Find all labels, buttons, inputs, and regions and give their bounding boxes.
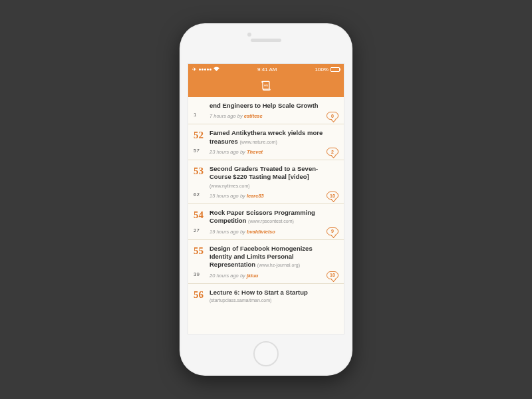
story-author[interactable]: jkiuu [247,273,259,279]
story-title[interactable]: Lecture 6: How to Start a Startup [209,289,336,297]
comment-bubble[interactable]: 2 [327,148,338,156]
story-rank: 56 [194,290,209,300]
story-score: 57 [194,148,209,154]
story-item[interactable]: 55 39 Design of Facebook Homogenizes Ide… [188,240,344,284]
nav-bar: HN [188,74,344,97]
story-score: 1 [194,112,209,118]
wifi-icon [213,66,219,72]
story-byline: 23 hours ago by Thevet [209,149,336,155]
story-author[interactable]: learc83 [247,193,264,199]
story-item[interactable]: 1 end Engineers to Help Scale Growth 7 h… [188,97,344,124]
story-list[interactable]: 1 end Engineers to Help Scale Growth 7 h… [188,97,344,334]
story-domain: (startupclass.samaltman.com) [209,298,336,303]
comment-bubble[interactable]: 10 [327,271,338,279]
story-score: 27 [194,227,209,233]
comment-bubble[interactable]: 9 [327,227,338,235]
story-byline: 19 hours ago by bvaldivielso [209,229,336,235]
story-byline: 15 hours ago by learc83 [209,193,336,199]
phone-frame: ✈ 9:41 AM 100% HN [180,23,352,376]
story-domain: (www.hz-journal.org) [257,263,300,267]
story-item[interactable]: 52 57 Famed Antikythera wreck yields mor… [188,124,344,160]
story-rank: 52 [194,130,209,140]
story-byline: 7 hours ago by estitesc [209,113,336,119]
screen: ✈ 9:41 AM 100% HN [188,63,344,334]
story-title[interactable]: Famed Antikythera wreck yields more trea… [209,129,336,146]
story-title[interactable]: Design of Facebook Homogenizes Identity … [209,245,336,269]
story-rank: 55 [194,246,209,256]
home-button[interactable] [253,341,279,366]
comment-bubble[interactable]: 0 [327,112,338,120]
svg-text:HN: HN [264,84,268,87]
story-rank: 54 [194,210,209,220]
signal-dots [199,68,211,70]
story-author[interactable]: Thevet [247,149,263,155]
airplane-icon: ✈ [192,66,197,72]
story-title[interactable]: Second Graders Treated to a Seven-Course… [209,165,336,190]
story-score: 39 [194,271,209,277]
story-item[interactable]: 54 27 Rock Paper Scissors Programming Co… [188,204,344,240]
story-title[interactable]: Rock Paper Scissors Programming Competit… [209,209,336,225]
story-rank: 53 [194,166,209,176]
story-author[interactable]: bvaldivielso [247,229,275,235]
story-byline: 20 hours ago by jkiuu [209,273,336,279]
story-domain: (www.nytimes.com) [209,184,250,188]
status-bar: ✈ 9:41 AM 100% [188,64,344,74]
comment-bubble[interactable]: 10 [327,192,338,200]
story-author[interactable]: estitesc [244,113,263,119]
story-title[interactable]: end Engineers to Help Scale Growth [209,102,336,110]
battery-icon [331,67,340,72]
status-right: 100% [315,66,340,72]
story-item[interactable]: 56 Lecture 6: How to Start a Startup (st… [188,284,344,307]
story-domain: (www.nature.com) [239,140,277,144]
story-domain: (www.rpscontest.com) [248,219,294,223]
story-score: 62 [194,192,209,198]
status-left: ✈ [192,66,219,72]
status-time: 9:41 AM [257,66,277,72]
battery-percent: 100% [315,66,329,72]
app-logo-icon[interactable]: HN [259,79,273,92]
story-item[interactable]: 53 62 Second Graders Treated to a Seven-… [188,160,344,204]
